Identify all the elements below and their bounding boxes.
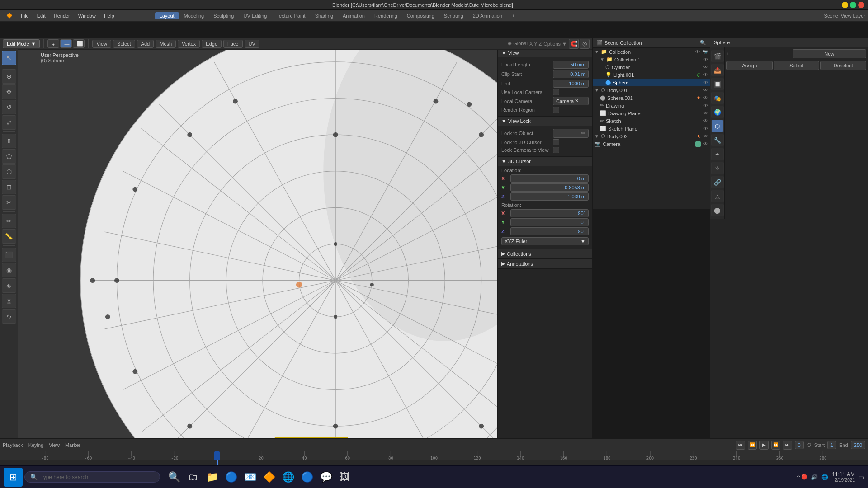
show-desktop-btn[interactable]: ▭ (859, 474, 864, 481)
end-frame-input[interactable]: 250 (851, 441, 865, 449)
measure-tool-btn[interactable]: 📏 (2, 229, 16, 244)
add-menu-btn[interactable]: Add (137, 40, 154, 48)
vertex-select-btn[interactable]: ⬥ (47, 39, 59, 48)
vertex-menu-btn[interactable]: Vertex (178, 40, 200, 48)
scene-props-tab[interactable]: 🎭 (711, 92, 724, 104)
object-props-tab[interactable]: ⬡ (711, 120, 724, 132)
material-tab[interactable]: ⬤ (711, 204, 724, 216)
outliner-item-cylinder[interactable]: ⬡ Cylinder 👁 (593, 63, 710, 71)
add-cube-btn[interactable]: ⬛ (2, 248, 16, 262)
extrude-tool-btn[interactable]: ⬆ (2, 134, 16, 148)
marker-menu[interactable]: Marker (65, 442, 80, 448)
use-local-camera-checkbox[interactable] (553, 89, 559, 95)
tab-sculpting[interactable]: Sculpting (209, 12, 238, 19)
outliner-item-sphere001[interactable]: ⬤ Sphere.001 ★ 👁 (593, 94, 710, 102)
cursor-3d-header[interactable]: ▼ 3D Cursor (498, 157, 592, 166)
lock-camera-checkbox[interactable] (553, 147, 559, 153)
outliner-item-camera[interactable]: 📷 Camera 👁 (593, 140, 710, 148)
task-photos[interactable]: 🖼 (336, 469, 354, 486)
smooth-btn[interactable]: ◉ (2, 263, 16, 277)
task-icon-file-manager[interactable]: 📁 (203, 469, 221, 486)
modifier-props-tab[interactable]: 🔧 (711, 134, 724, 146)
physics-props-tab[interactable]: ⚛ (711, 162, 724, 174)
edge-select-btn[interactable]: — (60, 39, 72, 48)
view-layer-props-tab[interactable]: 🔲 (711, 78, 724, 90)
output-props-tab[interactable]: 📤 (711, 64, 724, 76)
task-chrome[interactable]: 🌐 (279, 469, 297, 486)
task-edge[interactable]: 🔵 (298, 469, 316, 486)
tray-icons[interactable]: ^ 🔴 (797, 474, 807, 480)
select-menu-btn[interactable]: Select (113, 40, 135, 48)
outliner-item-drawingplane[interactable]: ⬜ Drawing Plane 👁 (593, 109, 710, 117)
maximize-button[interactable] (850, 2, 856, 8)
outliner-item-sphere[interactable]: ⬤ Sphere 👁 (593, 79, 710, 86)
shear-btn[interactable]: ⧖ (2, 294, 16, 308)
minimize-button[interactable] (842, 2, 848, 8)
render-props-tab[interactable]: 🎬 (711, 50, 724, 62)
jump-end-btn[interactable]: ⏭ (783, 441, 792, 450)
view-menu-btn[interactable]: View (92, 40, 111, 48)
play-btn[interactable]: ▶ (760, 441, 769, 450)
clock[interactable]: 11:11 AM 2/19/2021 (832, 471, 855, 483)
collections-header[interactable]: ▶ Collections (498, 249, 592, 258)
tab-uv-editing[interactable]: UV Editing (239, 12, 271, 19)
loop-cut-tool-btn[interactable]: ⊡ (2, 180, 16, 194)
view-menu[interactable]: View (49, 442, 60, 448)
close-button[interactable] (858, 2, 864, 8)
world-props-tab[interactable]: 🌍 (711, 106, 724, 118)
edit-menu[interactable]: Edit (33, 12, 49, 19)
cursor-tool-btn[interactable]: ⊕ (2, 69, 16, 84)
view-lock-header[interactable]: ▼ View Lock (498, 117, 592, 126)
render-menu[interactable]: Render (50, 12, 74, 19)
edge-menu-btn[interactable]: Edge (202, 40, 222, 48)
knife-tool-btn[interactable]: ✂ (2, 195, 16, 210)
task-icon-2[interactable]: 🗂 (184, 469, 202, 486)
select-tool-btn[interactable]: ↖ (2, 51, 16, 65)
task-discord[interactable]: 💬 (317, 469, 335, 486)
tab-add[interactable]: + (507, 12, 519, 19)
start-button[interactable]: ⊞ (4, 468, 23, 487)
window-menu[interactable]: Window (75, 12, 99, 19)
task-icon-1[interactable]: 🔍 (165, 469, 183, 486)
constraints-tab[interactable]: 🔗 (711, 176, 724, 188)
task-icon-5[interactable]: 📧 (241, 469, 259, 486)
inset-tool-btn[interactable]: ⬠ (2, 149, 16, 164)
object-data-tab[interactable]: △ (711, 190, 724, 202)
outliner-item-body001[interactable]: ▼ ⬡ Body.001 👁 (593, 86, 710, 94)
outliner-item-sketch[interactable]: ✏ Sketch 👁 (593, 117, 710, 125)
snap-btn[interactable]: 🧲 (569, 39, 579, 49)
network-icon[interactable]: 🌐 (821, 474, 828, 480)
move-tool-btn[interactable]: ✥ (2, 84, 16, 99)
rotate-tool-btn[interactable]: ↺ (2, 100, 16, 114)
mode-dropdown[interactable]: Edit Mode ▼ (3, 39, 40, 48)
tab-scripting[interactable]: Scripting (439, 12, 468, 19)
annotations-header[interactable]: ▶ Annotations (498, 259, 592, 268)
lock-3d-cursor-checkbox[interactable] (553, 139, 559, 145)
annotate-tool-btn[interactable]: ✏ (2, 214, 16, 228)
tab-texture-paint[interactable]: Texture Paint (272, 12, 310, 19)
mesh-menu-btn[interactable]: Mesh (156, 40, 176, 48)
start-frame-input[interactable]: 1 (827, 441, 836, 449)
proportional-btn[interactable]: ◎ (580, 39, 590, 49)
deselect-button[interactable]: Deselect (820, 61, 866, 70)
keying-menu[interactable]: Keying (28, 442, 44, 448)
particles-props-tab[interactable]: ✦ (711, 148, 724, 160)
outliner-item-collection[interactable]: ▼ 📁 Collection 👁 📷 (593, 48, 710, 56)
select-button[interactable]: Select (774, 61, 820, 70)
jump-start-btn[interactable]: ⏮ (736, 441, 745, 450)
outliner-item-collection1[interactable]: ▼ 📁 Collection 1 👁 (593, 56, 710, 63)
render-region-checkbox[interactable] (553, 107, 559, 113)
next-frame-btn[interactable]: ⏩ (771, 441, 780, 450)
outliner-item-sketchplane[interactable]: ⬜ Sketch Plane 👁 (593, 125, 710, 132)
scale-tool-btn[interactable]: ⤢ (2, 115, 16, 130)
tab-2d-animation[interactable]: 2D Animation (468, 12, 507, 19)
outliner-item-light001[interactable]: 💡 Light.001 ⬡ 👁 (593, 71, 710, 79)
assign-button[interactable]: Assign (726, 61, 773, 70)
help-menu[interactable]: Help (100, 12, 118, 19)
outliner-filter-icon[interactable]: 🔍 (700, 40, 706, 46)
tab-modeling[interactable]: Modeling (179, 12, 209, 19)
tab-layout[interactable]: Layout (155, 12, 179, 19)
bevel-tool-btn[interactable]: ⬡ (2, 164, 16, 179)
tab-shading[interactable]: Shading (311, 12, 338, 19)
uv-menu-btn[interactable]: UV (245, 40, 259, 48)
